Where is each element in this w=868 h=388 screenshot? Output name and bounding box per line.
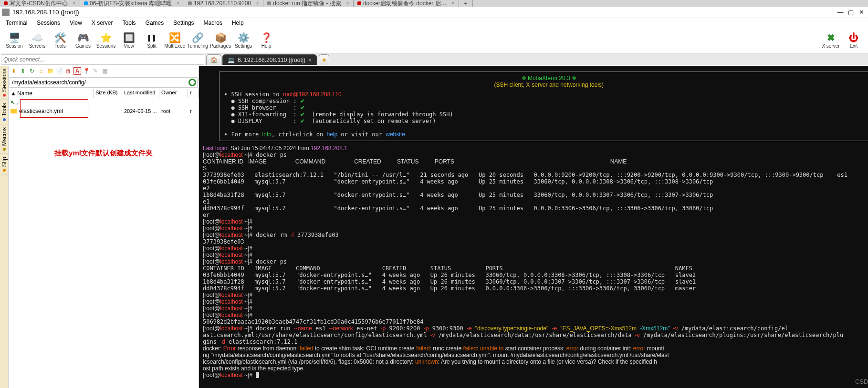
sessions-icon: ⭐ [100, 32, 112, 43]
browser-tab[interactable]: 写文章-CSDN创作中心× [0, 0, 80, 7]
folder-icon [10, 109, 17, 113]
browser-tab-strip: 写文章-CSDN创作中心× 06-初识ES-安装kibana 哔哩哔哩× 192… [0, 0, 868, 7]
terminal-tab[interactable]: 💻 6. 192.168.208.110 ([root]) × [222, 54, 317, 65]
close-tab-icon[interactable]: × [308, 57, 312, 63]
session-icon: 💻 [228, 57, 235, 63]
terminal[interactable]: ❄ MobaXterm 20.3 ❄ (SSH client, X-server… [199, 66, 868, 388]
terminal-area: ❄ MobaXterm 20.3 ❄ (SSH client, X-server… [199, 66, 868, 388]
menu-sessions[interactable]: Sessions [32, 19, 65, 27]
tool-servers[interactable]: ☁️Servers [26, 32, 49, 49]
moba-welcome-box: ❄ MobaXterm 20.3 ❄ (SSH client, X-server… [219, 71, 868, 141]
file-row[interactable]: elasticsearch.yml 2024-06-15 ... root r [9, 107, 199, 115]
delete-icon[interactable]: 🗑 [64, 67, 72, 75]
menu-macros[interactable]: Macros [199, 19, 227, 27]
session-icon: 🖥️ [9, 32, 20, 43]
menu-xserver[interactable]: X server [87, 19, 118, 27]
view-icon: 🔲 [123, 32, 135, 43]
download-icon[interactable]: ⬇ [10, 67, 18, 75]
file-list: ↖ .. elasticsearch.yml 2024-06-15 ... ro… [9, 98, 199, 388]
app-icon [2, 9, 10, 16]
menu-settings[interactable]: Settings [168, 19, 199, 27]
menu-help[interactable]: Help [227, 19, 249, 27]
browser-tab[interactable]: 192.168.208.110:9200× [184, 0, 263, 7]
settings-icon: ⚙️ [238, 32, 249, 43]
col-modified[interactable]: Last modified [122, 89, 159, 98]
tool-settings[interactable]: ⚙️Settings [232, 32, 255, 49]
upload-icon[interactable]: ⬆ [19, 67, 27, 75]
games-icon: 🎮 [77, 32, 89, 43]
confirm-icon[interactable] [188, 79, 196, 86]
x server-icon: ✖ [825, 32, 837, 43]
edit-icon[interactable]: ✎ [92, 67, 99, 75]
terminal-tab-label: 6. 192.168.208.110 ([root]) [238, 57, 305, 63]
properties-icon[interactable]: A [73, 67, 81, 75]
window-title: 192.168.208.110 ([root]) [12, 9, 836, 16]
tools-icon: 🛠️ [54, 32, 66, 43]
menu-bar: Terminal Sessions View X server Tools Ga… [0, 18, 868, 28]
file-list-header: ▲Name Size (KB) Last modified Owner r [9, 89, 199, 98]
quick-connect-input[interactable] [1, 54, 204, 65]
col-size[interactable]: Size (KB) [94, 89, 122, 98]
title-bar: 192.168.208.110 ([root]) — ▢ ✕ [0, 7, 868, 18]
maximize-button[interactable]: ▢ [846, 9, 856, 16]
help-icon: ❓ [261, 32, 272, 43]
watermark: CSDN @ldj2020 [855, 378, 868, 385]
tool-multiexec[interactable]: 🔀MultiExec [163, 32, 186, 49]
view-icon[interactable]: ▦ [101, 67, 108, 75]
col-owner[interactable]: Owner [159, 89, 188, 98]
tool-games[interactable]: 🎮Games [72, 32, 94, 49]
tool-sessions[interactable]: ⭐Sessions [94, 32, 117, 49]
minimize-button[interactable]: — [836, 9, 845, 16]
sidebar-tab-tools[interactable]: Tools [0, 100, 8, 124]
col-rights[interactable]: r [188, 89, 199, 98]
browser-tab[interactable]: docker run 指定镜像 - 搜索× [263, 0, 354, 7]
path-bar [10, 77, 198, 88]
terminal-output: Last login: Sat Jun 15 04:47:05 2024 fro… [203, 145, 868, 378]
terminal-tab-bar: 🏠 💻 6. 192.168.208.110 ([root]) × ★ [205, 53, 868, 65]
sidebar-tab-macros[interactable]: Macros [0, 124, 8, 154]
add-tab-button[interactable]: ★ [319, 54, 329, 65]
menu-terminal[interactable]: Terminal [1, 19, 32, 27]
browser-tab[interactable]: 06-初识ES-安装kibana 哔哩哔哩× [80, 0, 184, 7]
tool-help[interactable]: ❓Help [255, 32, 278, 49]
new-tab[interactable]: ＋ [459, 0, 473, 7]
home-tab[interactable]: 🏠 [206, 54, 221, 65]
sftp-panel: ⬇ ⬆ ↻ ⌂ 📁 📄 🗑 A 📍 ✎ ▦ ▲Name Size (KB) La… [9, 66, 199, 388]
split-icon: ⫿⫿ [146, 32, 157, 43]
sftp-toolbar: ⬇ ⬆ ↻ ⌂ 📁 📄 🗑 A 📍 ✎ ▦ [9, 66, 199, 76]
refresh-icon[interactable]: ↻ [28, 67, 36, 75]
menu-tools[interactable]: Tools [118, 19, 141, 27]
home-icon: 🏠 [210, 57, 218, 63]
sidebar-tab-sftp[interactable]: Sftp [0, 154, 8, 175]
tool-split[interactable]: ⫿⫿Split [140, 32, 163, 49]
file-row-up[interactable]: ↖ .. [9, 98, 199, 107]
menu-games[interactable]: Games [141, 19, 169, 27]
annotation-text: 挂载yml文件默认创建成文件夹 [9, 149, 199, 158]
tool-session[interactable]: 🖥️Session [3, 32, 26, 49]
tool-view[interactable]: 🔲View [117, 32, 140, 49]
tool-packages[interactable]: 📦Packages [209, 32, 232, 49]
exit-icon: ⏻ [848, 32, 859, 43]
col-name[interactable]: Name [17, 90, 32, 97]
close-button[interactable]: ✕ [857, 9, 866, 16]
bookmark-icon[interactable]: 📍 [83, 67, 90, 75]
tool-tools[interactable]: 🛠️Tools [49, 32, 72, 49]
packages-icon: 📦 [215, 32, 226, 43]
path-input[interactable] [10, 78, 188, 87]
parent-folder-icon[interactable]: 📁 [46, 67, 54, 75]
home-icon[interactable]: ⌂ [37, 67, 45, 75]
tool-exit[interactable]: ⏻Exit [842, 32, 865, 49]
left-sidebar-tabs: Sessions Tools Macros Sftp [0, 66, 9, 388]
servers-icon: ☁️ [31, 32, 43, 43]
tool-tunneling[interactable]: 🔗Tunneling [186, 32, 209, 49]
toolbar: 🖥️Session☁️Servers🛠️Tools🎮Games⭐Sessions… [0, 28, 868, 53]
tunneling-icon: 🔗 [192, 32, 203, 43]
sidebar-tab-sessions[interactable]: Sessions [0, 66, 8, 100]
new-folder-icon[interactable]: 📄 [55, 67, 63, 75]
browser-tab[interactable]: docker启动镜像命令 docker 启…× [354, 0, 459, 7]
menu-view[interactable]: View [65, 19, 87, 27]
up-arrow-icon: ↖ [10, 99, 15, 106]
multiexec-icon: 🔀 [169, 32, 180, 43]
tool-x-server[interactable]: ✖X server [819, 32, 842, 49]
